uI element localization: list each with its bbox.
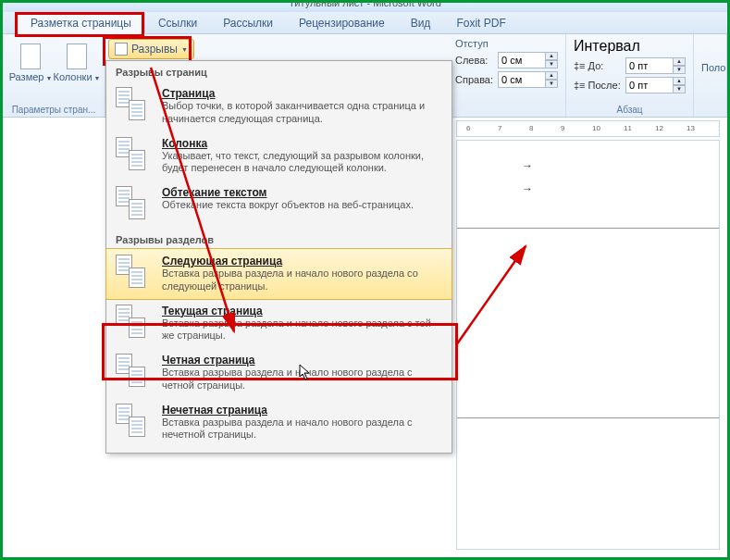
spacing-after-label: ‡≡ После: xyxy=(574,80,625,91)
tab-mailings[interactable]: Рассылки xyxy=(210,13,286,33)
spacing-before-label: ‡≡ До: xyxy=(574,60,625,71)
dd-item-text-wrap[interactable]: Обтекание текстомОбтекание текста вокруг… xyxy=(106,180,452,229)
indent-right-label: Справа: xyxy=(455,74,498,85)
group-page-params: Размер▼ Колонки▼ Параметры стран... xyxy=(3,34,105,117)
mouse-cursor-icon xyxy=(299,364,314,385)
ruler-tick: 11 xyxy=(624,124,632,132)
ruler-tick: 12 xyxy=(655,124,663,132)
continuous-section-icon xyxy=(116,305,153,342)
group-paragraph-label: Абзац xyxy=(574,103,686,115)
indent-header: Отступ xyxy=(455,38,558,49)
spinner-down[interactable]: ▼ xyxy=(545,80,558,88)
ruler-tick: 13 xyxy=(687,124,695,132)
ruler-tick: 9 xyxy=(561,124,564,132)
ruler-tick: 8 xyxy=(529,124,533,132)
even-page-section-icon xyxy=(116,354,153,391)
window-title: Титульный лист - Microsoft Word xyxy=(289,3,441,8)
ribbon-tabs: Разметка страницы Ссылки Рассылки Реценз… xyxy=(3,12,727,34)
page-size-icon xyxy=(20,44,41,69)
columns-icon xyxy=(67,44,87,69)
tab-review[interactable]: Рецензирование xyxy=(286,13,398,33)
dd-section-breaks-header: Разрывы разделов xyxy=(106,229,452,249)
indent-right-input[interactable] xyxy=(498,71,546,88)
page-break-icon xyxy=(116,87,153,124)
spinner-up[interactable]: ▲ xyxy=(545,52,558,60)
dd-item-continuous[interactable]: Текущая страницаВставка разрыва раздела … xyxy=(106,299,452,349)
breaks-dropdown: Разрывы страниц СтраницаВыбор точки, в к… xyxy=(105,60,452,454)
spinner-up[interactable]: ▲ xyxy=(673,57,686,66)
text-wrap-icon xyxy=(116,186,153,223)
group-interval: Интервал ‡≡ До: ▲▼ ‡≡ После: ▲▼ Абзац xyxy=(566,34,694,117)
dd-item-column[interactable]: КолонкаУказывает, что текст, следующий з… xyxy=(106,131,452,181)
dd-item-even-page[interactable]: Четная страницаВставка разрыва раздела и… xyxy=(106,348,452,398)
chevron-down-icon: ▼ xyxy=(45,75,52,81)
indent-left-label: Слева: xyxy=(455,55,498,66)
dd-page-breaks-header: Разрывы страниц xyxy=(106,61,452,81)
document-area[interactable]: → → Разрыв раздела (со следующей страниц… xyxy=(456,140,720,550)
columns-button[interactable]: Колонки▼ xyxy=(56,44,97,82)
dd-item-odd-page[interactable]: Нечетная страницаВставка разрыва раздела… xyxy=(106,398,452,448)
ruler-tick: 7 xyxy=(498,124,501,132)
chevron-down-icon: ▼ xyxy=(94,75,101,81)
chevron-down-icon: ▼ xyxy=(181,46,188,53)
tab-foxit[interactable]: Foxit PDF xyxy=(443,13,518,33)
next-page-section-icon xyxy=(116,255,153,292)
spinner-down[interactable]: ▼ xyxy=(545,60,558,68)
size-button[interactable]: Размер▼ xyxy=(10,44,51,82)
spacing-before-input[interactable] xyxy=(625,57,674,74)
group-indent: Отступ Слева: ▲▼ Справа: ▲▼ xyxy=(448,34,566,117)
spinner-down[interactable]: ▼ xyxy=(673,66,686,74)
title-bar: Титульный лист - Microsoft Word xyxy=(3,3,727,12)
spacing-after-input[interactable] xyxy=(625,77,674,93)
tab-references[interactable]: Ссылки xyxy=(145,13,210,33)
tab-mark-icon: → xyxy=(522,159,533,172)
dd-item-next-page[interactable]: Следующая страницаВставка разрыва раздел… xyxy=(105,248,452,300)
horizontal-ruler[interactable]: 67891011121314 xyxy=(456,120,720,137)
interval-header: Интервал xyxy=(574,38,686,55)
page-2 xyxy=(457,233,719,418)
column-break-icon xyxy=(116,137,153,174)
group-arrange-cut: Поло xyxy=(694,34,727,117)
tab-view[interactable]: Вид xyxy=(398,13,444,33)
ruler-tick: 14 xyxy=(718,124,720,132)
tab-mark-icon: → xyxy=(522,182,533,195)
spinner-down[interactable]: ▼ xyxy=(673,85,686,93)
spinner-up[interactable]: ▲ xyxy=(545,71,558,80)
group-page-params-label: Параметры стран... xyxy=(10,103,97,115)
breaks-button[interactable]: Разрывы ▼ xyxy=(108,39,194,59)
indent-left-input[interactable] xyxy=(498,52,546,68)
dd-item-page[interactable]: СтраницаВыбор точки, в которой заканчива… xyxy=(106,81,452,131)
breaks-icon xyxy=(115,43,128,56)
ruler-tick: 6 xyxy=(466,124,470,132)
ruler-tick: 10 xyxy=(592,124,600,132)
tab-page-layout[interactable]: Разметка страницы xyxy=(17,12,145,34)
page-1: → → xyxy=(457,141,719,229)
spinner-up[interactable]: ▲ xyxy=(673,77,686,85)
odd-page-section-icon xyxy=(116,404,153,441)
